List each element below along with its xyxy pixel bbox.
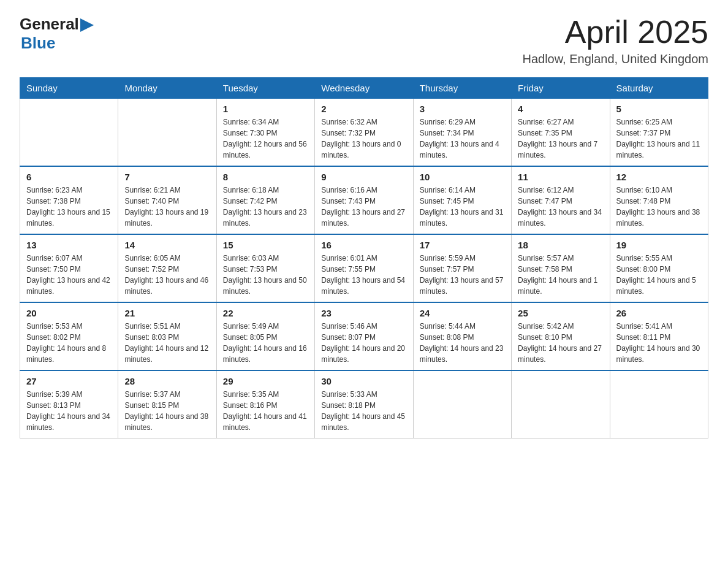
day-info: Sunrise: 5:55 AMSunset: 8:00 PMDaylight:…	[616, 253, 702, 297]
calendar-cell: 26Sunrise: 5:41 AMSunset: 8:11 PMDayligh…	[610, 302, 708, 370]
week-row-1: 1Sunrise: 6:34 AMSunset: 7:30 PMDaylight…	[20, 99, 708, 167]
day-number: 29	[223, 376, 308, 386]
calendar-cell: 1Sunrise: 6:34 AMSunset: 7:30 PMDaylight…	[216, 99, 314, 167]
day-number: 20	[26, 308, 112, 318]
calendar-cell: 20Sunrise: 5:53 AMSunset: 8:02 PMDayligh…	[20, 302, 118, 370]
logo-triangle-icon	[80, 18, 94, 32]
calendar-cell: 27Sunrise: 5:39 AMSunset: 8:13 PMDayligh…	[20, 370, 118, 439]
calendar-cell: 13Sunrise: 6:07 AMSunset: 7:50 PMDayligh…	[20, 234, 118, 302]
day-info: Sunrise: 6:27 AMSunset: 7:35 PMDaylight:…	[518, 117, 603, 161]
calendar-cell: 30Sunrise: 5:33 AMSunset: 8:18 PMDayligh…	[315, 370, 413, 439]
day-info: Sunrise: 6:23 AMSunset: 7:38 PMDaylight:…	[26, 185, 112, 229]
day-number: 25	[518, 308, 603, 318]
day-info: Sunrise: 6:10 AMSunset: 7:48 PMDaylight:…	[616, 185, 702, 229]
calendar-cell: 7Sunrise: 6:21 AMSunset: 7:40 PMDaylight…	[118, 166, 216, 234]
day-number: 30	[321, 376, 406, 386]
calendar-cell: 12Sunrise: 6:10 AMSunset: 7:48 PMDayligh…	[610, 166, 708, 234]
calendar-cell: 19Sunrise: 5:55 AMSunset: 8:00 PMDayligh…	[610, 234, 708, 302]
calendar-cell	[413, 370, 511, 439]
day-info: Sunrise: 6:03 AMSunset: 7:53 PMDaylight:…	[223, 253, 308, 297]
day-info: Sunrise: 5:37 AMSunset: 8:15 PMDaylight:…	[124, 389, 210, 433]
logo-blue-text: Blue	[21, 34, 55, 53]
day-info: Sunrise: 5:39 AMSunset: 8:13 PMDaylight:…	[26, 389, 112, 433]
day-info: Sunrise: 6:25 AMSunset: 7:37 PMDaylight:…	[616, 117, 702, 161]
day-number: 28	[124, 376, 210, 386]
day-info: Sunrise: 5:53 AMSunset: 8:02 PMDaylight:…	[26, 321, 112, 365]
header-friday: Friday	[512, 78, 610, 99]
calendar-title: April 2025	[522, 15, 708, 50]
calendar-cell	[118, 99, 216, 167]
page-header: General Blue April 2025 Hadlow, England,…	[20, 15, 708, 66]
calendar-cell: 3Sunrise: 6:29 AMSunset: 7:34 PMDaylight…	[413, 99, 511, 167]
calendar-cell: 6Sunrise: 6:23 AMSunset: 7:38 PMDaylight…	[20, 166, 118, 234]
day-info: Sunrise: 6:29 AMSunset: 7:34 PMDaylight:…	[420, 117, 505, 161]
calendar-cell: 4Sunrise: 6:27 AMSunset: 7:35 PMDaylight…	[512, 99, 610, 167]
header-saturday: Saturday	[610, 78, 708, 99]
calendar-cell: 18Sunrise: 5:57 AMSunset: 7:58 PMDayligh…	[512, 234, 610, 302]
calendar-cell	[20, 99, 118, 167]
day-number: 12	[616, 172, 702, 182]
day-info: Sunrise: 6:32 AMSunset: 7:32 PMDaylight:…	[321, 117, 406, 161]
day-number: 2	[321, 104, 406, 114]
calendar-cell: 29Sunrise: 5:35 AMSunset: 8:16 PMDayligh…	[216, 370, 314, 439]
calendar-cell: 23Sunrise: 5:46 AMSunset: 8:07 PMDayligh…	[315, 302, 413, 370]
day-info: Sunrise: 5:41 AMSunset: 8:11 PMDaylight:…	[616, 321, 702, 365]
calendar-cell: 11Sunrise: 6:12 AMSunset: 7:47 PMDayligh…	[512, 166, 610, 234]
day-number: 6	[26, 172, 112, 182]
header-sunday: Sunday	[20, 78, 118, 99]
day-info: Sunrise: 5:57 AMSunset: 7:58 PMDaylight:…	[518, 253, 603, 297]
calendar-table: SundayMondayTuesdayWednesdayThursdayFrid…	[20, 77, 708, 439]
calendar-cell	[610, 370, 708, 439]
day-number: 1	[223, 104, 308, 114]
day-number: 26	[616, 308, 702, 318]
day-number: 22	[223, 308, 308, 318]
day-info: Sunrise: 6:12 AMSunset: 7:47 PMDaylight:…	[518, 185, 603, 229]
day-number: 27	[26, 376, 112, 386]
day-info: Sunrise: 6:18 AMSunset: 7:42 PMDaylight:…	[223, 185, 308, 229]
day-info: Sunrise: 5:42 AMSunset: 8:10 PMDaylight:…	[518, 321, 603, 365]
day-info: Sunrise: 6:34 AMSunset: 7:30 PMDaylight:…	[223, 117, 308, 161]
calendar-cell: 28Sunrise: 5:37 AMSunset: 8:15 PMDayligh…	[118, 370, 216, 439]
day-info: Sunrise: 6:05 AMSunset: 7:52 PMDaylight:…	[124, 253, 210, 297]
day-number: 18	[518, 240, 603, 250]
calendar-cell: 17Sunrise: 5:59 AMSunset: 7:57 PMDayligh…	[413, 234, 511, 302]
logo-general-text: General	[20, 15, 79, 34]
day-info: Sunrise: 5:35 AMSunset: 8:16 PMDaylight:…	[223, 389, 308, 433]
day-info: Sunrise: 5:33 AMSunset: 8:18 PMDaylight:…	[321, 389, 406, 433]
calendar-subtitle: Hadlow, England, United Kingdom	[522, 52, 708, 66]
day-info: Sunrise: 6:16 AMSunset: 7:43 PMDaylight:…	[321, 185, 406, 229]
header-monday: Monday	[118, 78, 216, 99]
title-block: April 2025 Hadlow, England, United Kingd…	[522, 15, 708, 66]
calendar-cell: 2Sunrise: 6:32 AMSunset: 7:32 PMDaylight…	[315, 99, 413, 167]
day-number: 15	[223, 240, 308, 250]
week-row-2: 6Sunrise: 6:23 AMSunset: 7:38 PMDaylight…	[20, 166, 708, 234]
calendar-cell: 5Sunrise: 6:25 AMSunset: 7:37 PMDaylight…	[610, 99, 708, 167]
day-number: 16	[321, 240, 406, 250]
calendar-cell: 15Sunrise: 6:03 AMSunset: 7:53 PMDayligh…	[216, 234, 314, 302]
day-info: Sunrise: 5:46 AMSunset: 8:07 PMDaylight:…	[321, 321, 406, 365]
day-info: Sunrise: 6:14 AMSunset: 7:45 PMDaylight:…	[420, 185, 505, 229]
header-tuesday: Tuesday	[216, 78, 314, 99]
calendar-cell: 8Sunrise: 6:18 AMSunset: 7:42 PMDaylight…	[216, 166, 314, 234]
calendar-header-row: SundayMondayTuesdayWednesdayThursdayFrid…	[20, 78, 708, 99]
header-wednesday: Wednesday	[315, 78, 413, 99]
day-number: 17	[420, 240, 505, 250]
week-row-3: 13Sunrise: 6:07 AMSunset: 7:50 PMDayligh…	[20, 234, 708, 302]
day-number: 13	[26, 240, 112, 250]
day-info: Sunrise: 6:21 AMSunset: 7:40 PMDaylight:…	[124, 185, 210, 229]
calendar-cell: 22Sunrise: 5:49 AMSunset: 8:05 PMDayligh…	[216, 302, 314, 370]
week-row-5: 27Sunrise: 5:39 AMSunset: 8:13 PMDayligh…	[20, 370, 708, 439]
day-number: 7	[124, 172, 210, 182]
day-number: 21	[124, 308, 210, 318]
day-number: 9	[321, 172, 406, 182]
calendar-cell: 16Sunrise: 6:01 AMSunset: 7:55 PMDayligh…	[315, 234, 413, 302]
day-info: Sunrise: 5:49 AMSunset: 8:05 PMDaylight:…	[223, 321, 308, 365]
calendar-cell: 21Sunrise: 5:51 AMSunset: 8:03 PMDayligh…	[118, 302, 216, 370]
day-number: 14	[124, 240, 210, 250]
day-number: 11	[518, 172, 603, 182]
day-number: 23	[321, 308, 406, 318]
day-number: 3	[420, 104, 505, 114]
day-info: Sunrise: 5:44 AMSunset: 8:08 PMDaylight:…	[420, 321, 505, 365]
day-info: Sunrise: 6:01 AMSunset: 7:55 PMDaylight:…	[321, 253, 406, 297]
day-number: 4	[518, 104, 603, 114]
